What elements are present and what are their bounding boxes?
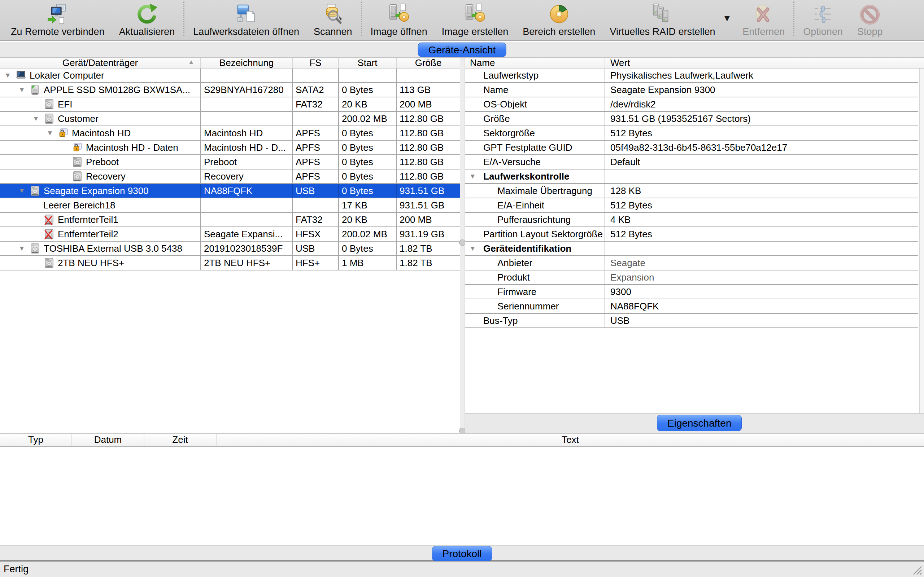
expander-icon[interactable]: ▼ <box>18 86 29 94</box>
table-row-leerer-bereich[interactable]: ▼Leerer Bereich18 17 KB 931.51 GB <box>0 198 460 213</box>
table-row-2tb-neu-hfs[interactable]: ▼2TB NEU HFS+ 2TB NEU HFS+ HFS+ 1 MB 1.8… <box>0 256 460 271</box>
property-row[interactable]: E/A-VersucheDefault <box>465 155 918 169</box>
table-row-preboot[interactable]: ▼Preboot Preboot APFS 0 Bytes 112.80 GB <box>0 155 460 169</box>
property-row[interactable]: NameSeagate Expansion 9300 <box>465 83 918 97</box>
table-row-recovery[interactable]: ▼Recovery Recovery APFS 0 Bytes 112.80 G… <box>0 169 460 184</box>
device-name: Macintosh HD - Daten <box>86 142 178 153</box>
raid-dropdown-caret[interactable]: ▼ <box>723 13 732 24</box>
property-row[interactable]: Maximale Übertragung128 KB <box>465 184 918 198</box>
property-group-laufwerkskontrolle[interactable]: ▼Laufwerkskontrolle <box>465 169 918 184</box>
property-row[interactable]: Partition Layout Sektorgröße512 Bytes <box>465 227 918 242</box>
device-name: Recovery <box>86 171 126 182</box>
property-row[interactable]: E/A-Einheit512 Bytes <box>465 198 918 213</box>
tab-geraete-ansicht[interactable]: Geräte-Ansicht <box>418 43 506 57</box>
disk-icon <box>43 257 55 269</box>
create-region-label: Bereich erstellen <box>523 26 595 37</box>
device-name: Customer <box>58 113 99 124</box>
table-row-entfernterteil2[interactable]: ▼EntfernterTeil2 Seagate Expansi... HFSX… <box>0 227 460 242</box>
property-row[interactable]: Pufferausrichtung4 KB <box>465 213 918 227</box>
property-row[interactable]: GPT Festplatte GUID05f49a82-313d-6b45-86… <box>465 141 918 155</box>
property-row[interactable]: SeriennummerNA88FQFK <box>465 299 918 314</box>
expander-icon[interactable]: ▼ <box>32 115 43 122</box>
expander-icon[interactable]: ▼ <box>469 245 476 253</box>
locked-volume-icon <box>71 142 83 153</box>
column-header-groesse[interactable]: Größe <box>397 58 460 68</box>
refresh-button[interactable]: Aktualisieren <box>112 2 182 37</box>
toolbar-separator <box>183 2 184 36</box>
table-row-customer[interactable]: ▼Customer 200.02 MB 112.80 GB <box>0 112 460 126</box>
property-row[interactable]: Bus-TypUSB <box>465 314 918 328</box>
disk-icon <box>29 243 41 254</box>
column-header-bezeichnung[interactable]: Bezeichnung <box>201 58 293 68</box>
expander-icon[interactable]: ▼ <box>469 172 476 180</box>
properties-rows: LaufwerkstypPhysikalisches Laufwerk,Lauf… <box>465 69 918 328</box>
removed-partition-icon <box>43 214 55 226</box>
options-icon <box>812 2 834 25</box>
remove-label: Entfernen <box>743 26 785 37</box>
resize-grip-icon[interactable] <box>911 564 923 576</box>
open-image-button[interactable]: Image öffnen <box>363 2 435 37</box>
property-row[interactable]: AnbieterSeagate <box>465 256 918 271</box>
log-table-header: Typ Datum Zeit Text <box>0 434 924 447</box>
column-header-datum[interactable]: Datum <box>72 434 144 446</box>
column-header-device[interactable]: Gerät/Datenträger ▲ <box>0 58 201 68</box>
column-header-start[interactable]: Start <box>339 58 397 68</box>
expander-icon[interactable]: ▼ <box>4 71 15 79</box>
table-row-seagate-expansion-selected[interactable]: ▼Seagate Expansion 9300 NA88FQFK USB 0 B… <box>0 184 460 198</box>
property-row[interactable]: Sektorgröße512 Bytes <box>465 126 918 141</box>
column-header-name[interactable]: Name <box>465 58 605 68</box>
sort-ascending-icon: ▲ <box>188 58 195 66</box>
column-header-fs[interactable]: FS <box>293 58 339 68</box>
status-text: Fertig <box>3 564 29 575</box>
virtual-raid-button[interactable]: Virtuelles RAID erstellen <box>603 2 722 37</box>
scan-button[interactable]: Scannen <box>307 2 360 37</box>
property-row[interactable]: Firmware9300 <box>465 285 918 299</box>
column-header-device-label: Gerät/Datenträger <box>63 58 138 69</box>
table-row-macintosh-hd-daten[interactable]: ▼Macintosh HD - Daten Macintosh HD - D..… <box>0 141 460 155</box>
table-row-macintosh-hd[interactable]: ▼Macintosh HD Macintosh HD APFS 0 Bytes … <box>0 126 460 141</box>
properties-scrollbar-track[interactable] <box>919 69 924 413</box>
property-row[interactable]: ProduktExpansion <box>465 271 918 285</box>
device-name: 2TB NEU HFS+ <box>58 258 124 269</box>
table-row-efi[interactable]: ▼EFI FAT32 20 KB 200 MB <box>0 97 460 112</box>
expander-icon[interactable]: ▼ <box>18 245 29 253</box>
connect-remote-button[interactable]: Zu Remote verbinden <box>3 2 112 37</box>
table-row-entfernterteil1[interactable]: ▼EntfernterTeil1 FAT32 20 KB 200 MB <box>0 213 460 227</box>
expander-icon[interactable]: ▼ <box>18 187 29 195</box>
locked-volume-icon <box>57 127 69 139</box>
device-name: Leerer Bereich18 <box>43 200 115 211</box>
open-image-icon <box>388 2 410 25</box>
device-tree-pane: Gerät/Datenträger ▲ Bezeichnung FS Start… <box>0 58 460 433</box>
remove-button: Entfernen <box>735 2 792 37</box>
create-image-button[interactable]: Image erstellen <box>435 2 516 37</box>
column-header-wert[interactable]: Wert <box>605 58 924 68</box>
create-region-button[interactable]: Bereich erstellen <box>515 2 603 37</box>
tab-eigenschaften[interactable]: Eigenschaften <box>657 415 742 431</box>
disk-icon <box>29 185 41 197</box>
column-header-zeit[interactable]: Zeit <box>144 434 216 446</box>
column-header-typ[interactable]: Typ <box>0 434 72 446</box>
disk-icon <box>43 113 55 124</box>
log-tabstrip: Protokoll <box>0 545 924 561</box>
open-image-label: Image öffnen <box>371 26 427 37</box>
toolbar-separator <box>793 2 795 36</box>
vertical-splitter[interactable] <box>460 58 465 433</box>
property-row[interactable]: LaufwerkstypPhysikalisches Laufwerk,Lauf… <box>465 69 918 83</box>
disk-icon <box>71 156 83 168</box>
table-row-toshiba-external[interactable]: ▼TOSHIBA External USB 3.0 5438 201910230… <box>0 242 460 256</box>
table-row-lokaler-computer[interactable]: ▼Lokaler Computer <box>0 69 460 83</box>
log-list[interactable] <box>0 447 924 545</box>
properties-header: Name Wert <box>465 58 924 69</box>
property-group-geraeteidentifikation[interactable]: ▼Geräteidentifikation <box>465 242 918 256</box>
property-row[interactable]: OS-Objekt/dev/rdisk2 <box>465 97 918 112</box>
expander-icon[interactable]: ▼ <box>47 129 57 137</box>
column-header-text[interactable]: Text <box>216 434 924 446</box>
stop-icon <box>859 2 881 25</box>
tab-protokoll[interactable]: Protokoll <box>432 546 492 561</box>
create-image-icon <box>464 2 486 25</box>
remove-icon <box>753 2 775 25</box>
property-row[interactable]: Größe931.51 GB (1953525167 Sectors) <box>465 112 918 126</box>
table-row-apple-ssd[interactable]: ▼APPLE SSD SM0128G BXW1SA... S29BNYAH167… <box>0 83 460 97</box>
open-drive-files-button[interactable]: Laufwerksdateien öffnen <box>186 2 307 37</box>
device-name: TOSHIBA External USB 3.0 5438 <box>44 243 182 254</box>
